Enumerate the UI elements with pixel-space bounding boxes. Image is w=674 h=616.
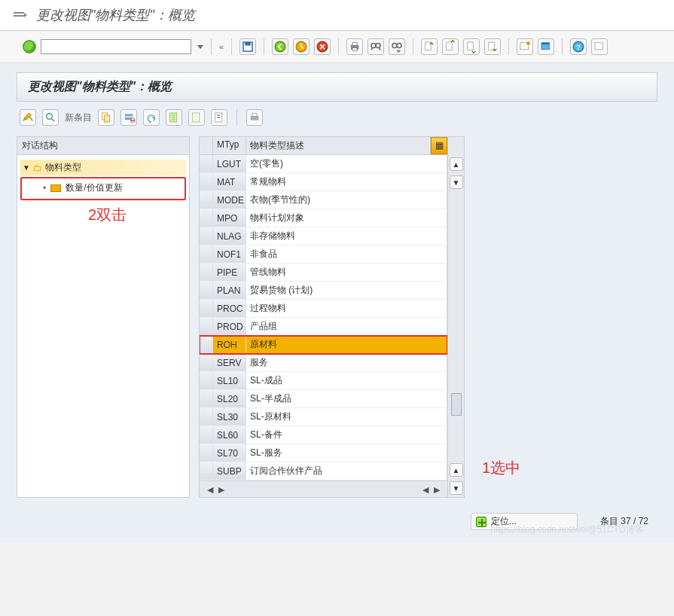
row-selector[interactable] xyxy=(200,282,213,300)
cell-desc[interactable]: SL-原材料 xyxy=(246,408,447,426)
cell-mtyp[interactable]: NOF1 xyxy=(213,245,246,264)
row-selector[interactable] xyxy=(200,191,213,209)
scroll-thumb[interactable] xyxy=(451,393,462,416)
cell-mtyp[interactable]: PROC xyxy=(213,300,246,318)
table-row[interactable]: NLAG非存储物料 xyxy=(200,227,447,245)
table-row[interactable]: MODE衣物(季节性的) xyxy=(200,191,447,209)
row-selector[interactable] xyxy=(200,264,213,282)
table-row[interactable]: LGUT空(零售) xyxy=(200,155,447,173)
cell-mtyp[interactable]: MAT xyxy=(213,173,246,191)
tree-node-child[interactable]: • 数量/价值更新 xyxy=(40,180,180,196)
scroll-left-icon[interactable]: ◀ xyxy=(206,485,215,494)
cell-desc[interactable]: 衣物(季节性的) xyxy=(246,191,447,209)
print-app-button[interactable] xyxy=(246,109,263,126)
cell-mtyp[interactable]: ROH xyxy=(213,336,246,354)
cell-desc[interactable]: 非食品 xyxy=(246,245,447,264)
next-page-button[interactable] xyxy=(463,38,480,55)
new-session-button[interactable] xyxy=(517,38,533,55)
scroll-up-icon[interactable]: ▲ xyxy=(450,463,463,477)
first-page-button[interactable] xyxy=(421,38,438,55)
cell-mtyp[interactable]: SL20 xyxy=(213,390,246,408)
cell-desc[interactable]: SL-服务 xyxy=(246,444,447,462)
command-dropdown-icon[interactable] xyxy=(197,45,203,49)
cell-desc[interactable]: SL-半成品 xyxy=(246,390,447,408)
cell-mtyp[interactable]: PIPE xyxy=(213,264,246,282)
row-selector[interactable] xyxy=(200,444,213,462)
row-selector[interactable] xyxy=(200,426,213,444)
scroll-right-icon[interactable]: ▶ xyxy=(217,485,226,494)
row-selector[interactable] xyxy=(200,372,213,390)
table-row[interactable]: SL20SL-半成品 xyxy=(200,390,447,408)
table-row[interactable]: SUBP订阅合作伙伴产品 xyxy=(200,462,447,480)
print-button[interactable] xyxy=(346,38,363,55)
scroll-right-icon[interactable]: ▶ xyxy=(432,485,441,494)
cell-mtyp[interactable]: PROD xyxy=(213,318,246,336)
cell-desc[interactable]: 过程物料 xyxy=(246,300,447,318)
table-row[interactable]: SL70SL-服务 xyxy=(200,444,447,462)
help-button[interactable]: ? xyxy=(570,38,587,55)
cell-desc[interactable]: 贸易货物 (计划) xyxy=(246,282,447,300)
settings-button[interactable] xyxy=(591,38,608,55)
cell-desc[interactable]: 管线物料 xyxy=(246,264,447,282)
select-all-column[interactable] xyxy=(200,137,213,154)
cell-mtyp[interactable]: NLAG xyxy=(213,227,246,245)
delete-button[interactable] xyxy=(120,109,137,126)
cell-mtyp[interactable]: SL10 xyxy=(213,372,246,390)
cell-desc[interactable]: SL-备件 xyxy=(246,426,447,444)
row-selector[interactable] xyxy=(200,318,213,336)
ok-status-icon[interactable] xyxy=(23,40,36,53)
row-selector[interactable] xyxy=(200,354,213,372)
table-row[interactable]: ROH原材料 xyxy=(200,336,447,354)
layout-button[interactable] xyxy=(538,38,554,55)
table-row[interactable]: SERV服务 xyxy=(200,354,447,372)
cell-mtyp[interactable]: MODE xyxy=(213,191,246,209)
row-selector[interactable] xyxy=(200,336,213,354)
table-row[interactable]: MPO物料计划对象 xyxy=(200,209,447,227)
row-selector[interactable] xyxy=(200,227,213,245)
table-row[interactable]: PIPE管线物料 xyxy=(200,264,447,282)
prev-page-button[interactable] xyxy=(442,38,459,55)
find-button[interactable] xyxy=(367,38,384,55)
cell-mtyp[interactable]: LGUT xyxy=(213,155,246,173)
cell-desc[interactable]: 服务 xyxy=(246,354,447,372)
row-selector[interactable] xyxy=(200,155,213,173)
scroll-up-icon[interactable]: ▲ xyxy=(450,157,463,171)
cell-mtyp[interactable]: MPO xyxy=(213,209,246,227)
row-selector[interactable] xyxy=(200,209,213,227)
table-row[interactable]: SL30SL-原材料 xyxy=(200,408,447,426)
column-desc[interactable]: 物料类型描述 xyxy=(246,137,431,154)
cell-mtyp[interactable]: PLAN xyxy=(213,282,246,300)
scroll-down-icon[interactable]: ▼ xyxy=(450,175,463,189)
exit-button[interactable] xyxy=(293,38,310,55)
table-row[interactable]: PROD产品组 xyxy=(200,318,447,336)
cancel-button[interactable] xyxy=(314,38,331,55)
expand-icon[interactable]: ▼ xyxy=(23,163,30,172)
new-entries-button[interactable]: 新条目 xyxy=(65,111,92,124)
column-mtyp[interactable]: MTyp xyxy=(213,137,246,154)
table-settings-icon[interactable]: ▦ xyxy=(431,137,447,154)
config-button[interactable] xyxy=(211,109,227,126)
menu-icon[interactable] xyxy=(14,11,26,20)
details-button[interactable] xyxy=(42,109,59,126)
row-selector[interactable] xyxy=(200,408,213,426)
toggle-display-change-button[interactable] xyxy=(20,109,36,126)
scroll-left-icon[interactable]: ◀ xyxy=(421,485,430,494)
chevron-left-icon[interactable]: « xyxy=(219,42,224,51)
save-button[interactable] xyxy=(239,38,256,55)
cell-desc[interactable]: 非存储物料 xyxy=(246,227,447,245)
cell-desc[interactable]: 产品组 xyxy=(246,318,447,336)
tree-node-root[interactable]: ▼ 🗀 物料类型 xyxy=(20,160,186,175)
scroll-down-icon[interactable]: ▼ xyxy=(450,481,463,495)
table-row[interactable]: PLAN贸易货物 (计划) xyxy=(200,282,447,300)
cell-mtyp[interactable]: SL60 xyxy=(213,426,246,444)
row-selector[interactable] xyxy=(200,173,213,191)
cell-mtyp[interactable]: SL30 xyxy=(213,408,246,426)
select-all-button[interactable] xyxy=(166,109,182,126)
cell-desc[interactable]: 常规物料 xyxy=(246,173,447,191)
last-page-button[interactable] xyxy=(484,38,501,55)
row-selector[interactable] xyxy=(200,390,213,408)
find-next-button[interactable] xyxy=(389,38,405,55)
table-row[interactable]: MAT常规物料 xyxy=(200,173,447,191)
deselect-all-button[interactable] xyxy=(188,109,205,126)
cell-desc[interactable]: 原材料 xyxy=(246,336,447,354)
